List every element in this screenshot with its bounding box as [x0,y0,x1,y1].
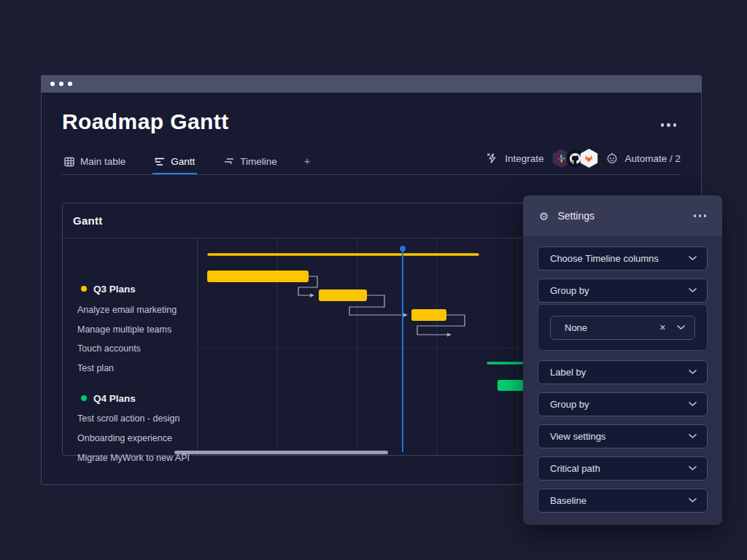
integration-badges[interactable] [551,149,598,168]
label-by-button[interactable]: Label by [538,360,708,384]
task-row[interactable]: Migrate MyWork to new API [77,453,190,465]
task-row[interactable]: Analyze email marketing [77,305,177,317]
chevron-down-icon [677,325,685,330]
tab-timeline[interactable]: Timeline [222,156,279,174]
group-name: Q3 Plans [93,284,136,295]
gear-icon: ⚙ [539,211,549,222]
button-label: Group by [550,285,589,296]
chevron-down-icon [689,256,697,261]
window-dot [68,82,72,86]
task-row[interactable]: Test plan [77,363,114,376]
chevron-down-icon [689,288,697,293]
button-label: Baseline [550,495,587,506]
chevron-down-icon [689,370,697,375]
gitlab-icon [579,149,598,168]
group-row-q3[interactable]: Q3 Plans [81,282,136,295]
task-row[interactable]: Manage multiple teams [77,324,171,337]
table-icon [64,157,74,167]
group-by-button-2[interactable]: Group by [538,392,708,416]
button-label: View settings [550,431,605,442]
automate-robot-icon [606,152,618,164]
timeline-icon [224,157,234,166]
task-row[interactable]: Test scroll action - design [77,413,179,426]
tab-main-table[interactable]: Main table [62,156,128,174]
settings-list: Choose Timeline columns Group by None ✕ … [523,236,722,513]
task-row[interactable]: Onboarding experience [77,433,172,446]
settings-title: Settings [557,210,595,222]
add-view-button[interactable]: + [304,155,311,174]
baseline-button[interactable]: Baseline [538,489,708,513]
task-bar-analyze-email-marketing[interactable] [207,271,309,282]
chevron-down-icon [689,466,697,471]
task-bar-manage-multiple-teams[interactable] [319,289,367,301]
group-name: Q4 Plans [93,393,136,404]
button-label: Label by [550,367,586,378]
button-label: Group by [550,399,589,410]
integrate-label[interactable]: Integrate [505,153,543,164]
group-row-q4[interactable]: Q4 Plans [81,392,136,405]
tab-gantt[interactable]: Gantt [152,156,197,174]
view-settings-button[interactable]: View settings [538,424,708,448]
horizontal-scrollbar[interactable] [174,451,388,454]
group-color-dot [81,395,87,401]
window-dot [50,82,55,86]
window-titlebar[interactable] [41,75,702,93]
window-dot [59,82,63,86]
gantt-icon [155,157,165,166]
board-toolbar: Integrate [487,149,681,174]
group-by-select[interactable]: None ✕ [550,316,695,340]
settings-more-menu-icon[interactable] [694,214,707,217]
settings-header: ⚙ Settings [523,195,722,236]
tab-label: Main table [80,156,125,167]
automate-label[interactable]: Automate / 2 [624,153,681,164]
group-color-dot [81,286,87,292]
clear-icon[interactable]: ✕ [659,323,666,332]
task-row[interactable]: Touch accounts [77,343,141,356]
chevron-down-icon [689,498,697,503]
tab-label: Gantt [171,156,195,167]
board-more-menu-icon[interactable] [661,123,677,127]
choose-timeline-columns-button[interactable]: Choose Timeline columns [538,246,708,271]
view-tabs: Main table Gantt Timeline + [62,151,681,175]
group-by-button[interactable]: Group by [538,279,708,303]
button-label: Choose Timeline columns [550,253,659,264]
integrate-icon [487,152,498,164]
select-value: None [565,322,587,333]
button-label: Critical path [550,463,600,474]
today-marker[interactable] [400,246,406,252]
critical-path-button[interactable]: Critical path [538,456,708,481]
page-title: Roadmap Gantt [62,109,229,134]
tab-label: Timeline [240,156,277,167]
settings-panel: ⚙ Settings Choose Timeline columns Group… [523,195,722,525]
dependency-connectors [298,276,465,335]
chevron-down-icon [689,402,697,407]
task-bar-touch-accounts[interactable] [411,309,446,321]
chevron-down-icon [689,434,697,439]
group-by-expanded-card: None ✕ [538,304,708,351]
